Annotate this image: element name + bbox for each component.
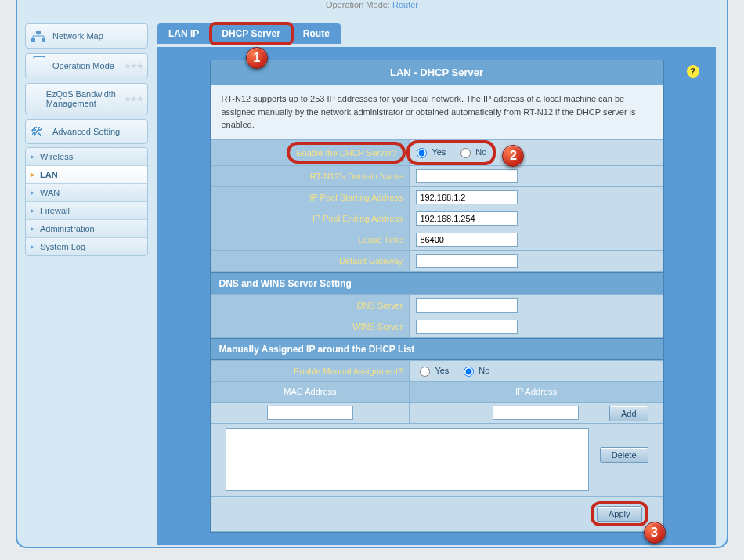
operation-mode-link[interactable]: Router [392, 0, 418, 9]
pool-end-label: IP Pool Ending Address [211, 208, 410, 229]
pool-start-input[interactable] [416, 190, 518, 204]
help-icon[interactable]: ? [687, 65, 699, 78]
sidebar-sub-lan[interactable]: LAN [26, 166, 147, 184]
enable-dhcp-label: Enable the DHCP Server? [211, 139, 410, 165]
sidebar-item-label: Operation Mode [52, 61, 114, 70]
delete-button[interactable]: Delete [600, 447, 648, 463]
manual-enable-no[interactable]: No [460, 364, 489, 377]
callout-badge-2: 2 [502, 145, 524, 167]
manual-section-header: Manually Assigned IP around the DHCP Lis… [211, 338, 663, 360]
pool-end-input[interactable] [416, 211, 518, 226]
sidebar: Network Map Operation Mode ★★★ EzQoS Ban… [17, 17, 154, 547]
wins-server-input[interactable] [416, 320, 518, 334]
enable-dhcp-yes[interactable]: Yes [413, 146, 446, 158]
router-icon [31, 60, 46, 72]
svg-rect-0 [36, 31, 41, 34]
callout-badge-3: 3 [644, 522, 666, 544]
tab-dhcp-server[interactable]: DHCP Server [211, 23, 291, 44]
sidebar-item-label: Advanced Setting [52, 127, 120, 136]
network-map-icon [31, 30, 46, 42]
operation-mode-label: Operation Mode: [326, 0, 390, 9]
sidebar-sub-wireless[interactable]: Wireless [26, 148, 147, 166]
radio-yes[interactable] [420, 367, 430, 377]
tools-icon: 🛠 [31, 125, 46, 138]
apply-button[interactable]: Apply [597, 506, 642, 522]
rating-stars-icon: ★★★ [124, 61, 143, 71]
sidebar-sublist: Wireless LAN WAN Firewall Administration… [25, 147, 148, 256]
domain-name-input[interactable] [416, 169, 518, 183]
form-panel: LAN - DHCP Server ? RT-N12 supports up t… [210, 60, 664, 533]
mac-address-col: MAC Address [211, 381, 410, 402]
add-button[interactable]: Add [609, 406, 648, 421]
tab-route[interactable]: Route [292, 23, 341, 44]
assigned-ip-listbox[interactable] [226, 428, 589, 491]
manual-enable-label: Enable Manual Assignment? [211, 360, 410, 381]
sidebar-sub-firewall[interactable]: Firewall [26, 202, 147, 220]
tab-bar: LAN IP DHCP Server Route 1 [157, 23, 716, 44]
sidebar-item-ezqos[interactable]: EzQoS Bandwidth Management ★★★ [25, 83, 148, 114]
domain-name-label: RT-N12's Domain Name [211, 165, 410, 186]
dns-server-label: DNS Server [211, 294, 410, 316]
radio-yes[interactable] [417, 148, 427, 158]
mac-address-input[interactable] [267, 406, 353, 420]
gateway-label: Default Gateway [211, 250, 410, 271]
sidebar-item-advanced[interactable]: 🛠 Advanced Setting [25, 119, 148, 144]
bandwidth-icon [31, 92, 40, 105]
top-status-bar: Operation Mode: Router [17, 0, 727, 17]
dns-section-header: DNS and WINS Server Setting [211, 272, 663, 294]
lease-time-label: Lease Time [211, 229, 410, 250]
sidebar-item-network-map[interactable]: Network Map [25, 23, 148, 49]
sidebar-sub-administration[interactable]: Administration [26, 220, 147, 238]
sidebar-sub-wan[interactable]: WAN [26, 184, 147, 202]
rating-stars-icon: ★★★ [124, 94, 143, 104]
dns-server-input[interactable] [416, 298, 518, 313]
ip-address-input[interactable] [493, 406, 579, 420]
radio-no[interactable] [464, 367, 474, 377]
pool-start-label: IP Pool Starting Address [211, 186, 410, 208]
radio-no[interactable] [460, 148, 471, 158]
sidebar-item-label: EzQoS Bandwidth Management [46, 89, 117, 108]
content-area: LAN IP DHCP Server Route 1 LAN - DHCP Se… [154, 17, 727, 547]
ip-address-col: IP Address [410, 381, 663, 402]
svg-rect-2 [42, 38, 45, 42]
manual-enable-yes[interactable]: Yes [416, 364, 449, 377]
wins-server-label: WINS Server [211, 316, 410, 337]
main-panel: LAN - DHCP Server ? RT-N12 supports up t… [157, 47, 716, 545]
panel-title: LAN - DHCP Server ? [211, 60, 663, 85]
svg-rect-1 [31, 38, 35, 42]
enable-dhcp-no[interactable]: No [457, 146, 486, 158]
lease-time-input[interactable] [416, 233, 518, 247]
callout-badge-1: 1 [246, 47, 268, 69]
panel-description: RT-N12 supports up to 253 IP addresses f… [211, 85, 663, 139]
sidebar-item-operation-mode[interactable]: Operation Mode ★★★ [25, 53, 148, 78]
sidebar-item-label: Network Map [52, 31, 103, 41]
tab-lan-ip[interactable]: LAN IP [157, 23, 211, 44]
gateway-input[interactable] [416, 254, 518, 268]
dhcp-form-table: Enable the DHCP Server? Yes No [211, 139, 663, 272]
sidebar-sub-system-log[interactable]: System Log [26, 238, 147, 255]
